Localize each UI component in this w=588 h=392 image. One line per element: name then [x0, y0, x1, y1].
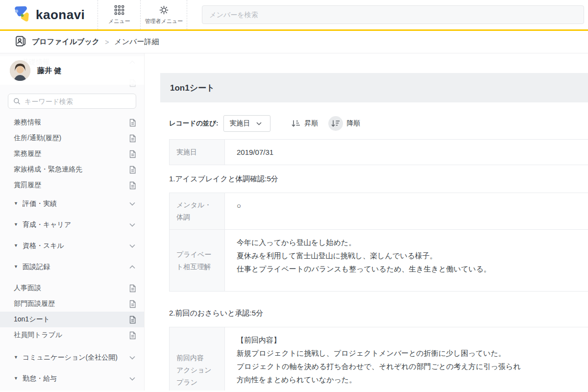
sidebar-item-bumon-mendan-rireki[interactable]: 部門面談履歴 [0, 296, 144, 312]
search-icon [13, 98, 21, 105]
sort-ascending-label: 昇順 [305, 119, 318, 128]
chevron-down-icon [129, 223, 135, 227]
document-icon [129, 150, 136, 158]
document-icon [129, 119, 136, 127]
record-date-table: 実施日 2019/07/31 [169, 139, 588, 165]
icebreak-table: メンタル・ 体調 ○ プライベー ト相互理解 今年に入ってから登山をし始めた。 … [169, 193, 588, 292]
keyword-search-input[interactable] [24, 98, 131, 105]
document-icon [129, 181, 136, 190]
document-icon [129, 300, 136, 308]
member-search-container [187, 0, 588, 29]
row-value: 今年に入ってから登山をし始めた。 夏休みを利用して富士山登山に挑戦し、楽しんでい… [225, 230, 588, 291]
top-bar: kaonavi メニュー 管理者メニュー [0, 0, 588, 31]
document-icon [129, 331, 136, 340]
kaonavi-logo-icon [12, 5, 31, 25]
page-title: 1on1シート [170, 82, 215, 94]
sidebar-section-mendan-kiroku[interactable]: ▼ 面談記録 [0, 256, 144, 277]
row-value: 2019/07/31 [225, 140, 588, 165]
record-sort-controls: レコードの並び: 実施日 昇順 [169, 115, 588, 132]
sort-field-dropdown[interactable]: 実施日 [223, 115, 270, 132]
sidebar-section-shikaku-skill[interactable]: ▼ 資格・スキル [0, 235, 144, 256]
sidebar-item-shobatsu-rireki[interactable]: 賞罰履歴 [0, 177, 144, 193]
triangle-icon: ▼ [14, 201, 18, 206]
keyword-search-box [8, 94, 136, 109]
profile-book-icon [15, 35, 26, 49]
sort-label: レコードの並び: [169, 119, 219, 128]
sidebar-item-kenmu-joho[interactable]: 兼務情報 [0, 115, 144, 130]
zenkai-table: 前回内容 アクション プラン 【前回内容】 新規プロジェクトに挑戦し、プロジェク… [169, 327, 588, 391]
admin-menu-button[interactable]: 管理者メニュー [140, 0, 187, 29]
chevron-down-icon [129, 356, 135, 360]
grid-menu-icon [114, 5, 124, 16]
sidebar-section-ikusei-career[interactable]: ▼ 育成・キャリア [0, 214, 144, 235]
sidebar-item-shainkan-trouble[interactable]: 社員間トラブル [0, 327, 144, 343]
table-row-private: プライベー ト相互理解 今年に入ってから登山をし始めた。 夏休みを利用して富士山… [170, 230, 588, 291]
row-label: 実施日 [170, 140, 225, 165]
table-row-zenkai-naiyo: 前回内容 アクション プラン 【前回内容】 新規プロジェクトに挑戦し、プロジェク… [170, 327, 588, 391]
triangle-icon: ▼ [14, 376, 18, 381]
gear-icon [159, 5, 169, 16]
sidebar-item-gyomu-rireki[interactable]: 業務履歴 [0, 146, 144, 162]
member-search-input[interactable] [202, 5, 584, 24]
triangle-icon: ▼ [14, 264, 18, 269]
document-icon [129, 316, 136, 324]
sidebar-section-hyoka-jisseki[interactable]: ▼ 評価・実績 [0, 193, 144, 214]
member-profile-card[interactable]: 藤井 健 [0, 56, 144, 85]
admin-menu-button-label: 管理者メニュー [145, 18, 183, 25]
chevron-down-icon [129, 202, 135, 206]
sidebar-section-communication[interactable]: ▼ コミュニケーション(全社公開) [0, 347, 144, 368]
table-row-mental: メンタル・ 体調 ○ [170, 193, 588, 230]
sort-ascending-icon [291, 120, 301, 127]
main-content: 1on1シート レコードの並び: 実施日 [145, 53, 588, 391]
table-row-jisshibi: 実施日 2019/07/31 [170, 140, 588, 165]
document-icon [129, 166, 136, 174]
sidebar-profile-area: ▼ 基礎情報 藤井 健 [0, 53, 144, 89]
sort-descending-label: 降順 [347, 119, 361, 128]
breadcrumb-separator: > [105, 38, 109, 46]
sidebar-section-kintai-kyuyo[interactable]: ▼ 勤怠・給与 [0, 368, 144, 389]
sidebar-item-1on1-sheet[interactable]: 1on1シート [0, 312, 144, 327]
1on1-sheet-panel: 1on1シート レコードの並び: 実施日 [160, 73, 588, 391]
sort-ascending-button[interactable]: 昇順 [291, 119, 318, 128]
triangle-icon: ▼ [14, 222, 18, 227]
kaonavi-logo[interactable]: kaonavi [0, 0, 98, 29]
triangle-icon: ▼ [14, 243, 18, 248]
menu-button[interactable]: メニュー [98, 0, 140, 29]
sidebar-item-jusho-tsukin[interactable]: 住所/通勤(履歴) [0, 130, 144, 146]
row-label: 前回内容 アクション プラン [170, 327, 225, 391]
menu-button-label: メニュー [108, 18, 130, 25]
chevron-down-icon [129, 244, 135, 248]
member-sidebar: ▼ 基礎情報 藤井 健 [0, 53, 145, 391]
sort-descending-icon [328, 116, 343, 131]
breadcrumb-root[interactable]: プロファイルブック [32, 37, 99, 47]
member-avatar [10, 60, 30, 81]
sort-descending-button[interactable]: 降順 [328, 116, 361, 131]
triangle-icon: ▼ [14, 355, 18, 360]
chevron-down-icon [129, 377, 135, 381]
panel-header: 1on1シート [160, 73, 588, 102]
sidebar-item-jinji-mendan[interactable]: 人事面談 [0, 280, 144, 296]
document-icon [129, 284, 136, 293]
sidebar-item-kazoku-kinkyu[interactable]: 家族構成・緊急連絡先 [0, 162, 144, 177]
chevron-down-icon [256, 122, 262, 125]
chevron-up-icon [129, 265, 135, 269]
row-value: 【前回内容】 新規プロジェクトに挑戦し、プロジェクトメンバーとの折衝に少し困って… [225, 327, 588, 391]
member-name: 藤井 健 [37, 66, 61, 75]
breadcrumb: プロファイルブック > メンバー詳細 [0, 31, 588, 53]
row-value: ○ [225, 193, 588, 229]
section-heading-icebreak: 1.アイスブレイクと体調確認:5分 [169, 172, 588, 185]
breadcrumb-current: メンバー詳細 [114, 37, 159, 47]
section-heading-zenkai: 2.前回のおさらいと承認:5分 [169, 306, 588, 319]
document-icon [129, 134, 136, 143]
row-label: メンタル・ 体調 [170, 193, 225, 229]
row-label: プライベー ト相互理解 [170, 230, 225, 291]
kaonavi-logo-text: kaonavi [36, 7, 85, 23]
